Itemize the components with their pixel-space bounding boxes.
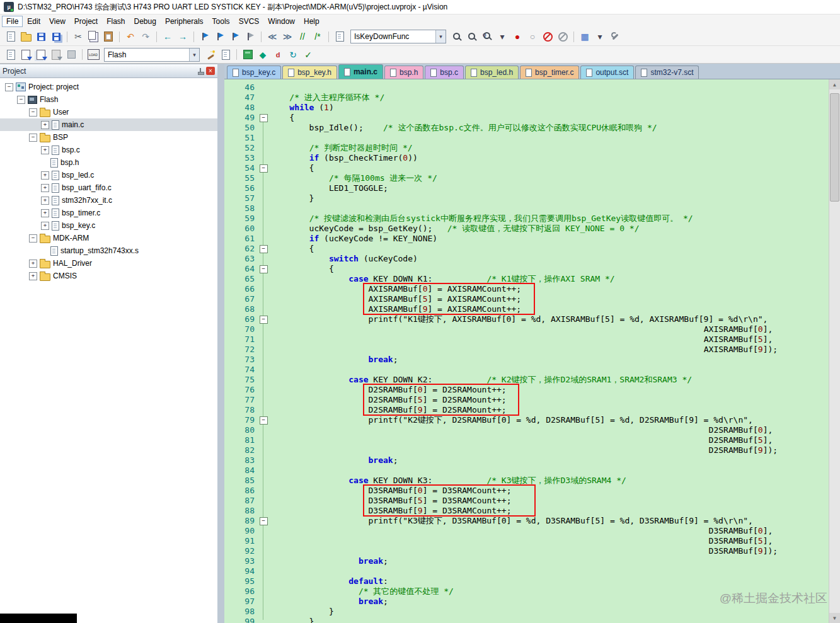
redo-icon[interactable]: ↷ (139, 30, 152, 43)
fold-collapse-icon[interactable]: − (260, 265, 268, 273)
options-for-target-icon[interactable] (204, 49, 217, 61)
expand-icon[interactable]: + (41, 222, 49, 230)
find-dropdown-arrow-icon[interactable]: ▾ (495, 30, 509, 43)
target-select-combobox[interactable]: Flash▾ (104, 48, 200, 62)
collapse-icon[interactable]: − (5, 83, 13, 91)
menu-project[interactable]: Project (70, 16, 102, 27)
tree-item-project-project[interactable]: −Project: project (0, 81, 217, 93)
open-folder-icon[interactable] (19, 30, 33, 43)
fold-collapse-icon[interactable]: − (260, 114, 268, 122)
incremental-find-icon[interactable]: Q (480, 30, 494, 43)
bookmark-toggle-icon[interactable] (198, 30, 212, 43)
tree-item-user[interactable]: −User (0, 106, 217, 118)
panel-splitter[interactable] (217, 64, 224, 623)
tree-item-bsp[interactable]: −BSP (0, 131, 217, 144)
collapse-icon[interactable]: − (29, 108, 37, 117)
scroll-down-icon[interactable]: ▼ (829, 613, 840, 623)
file-extensions-icon[interactable] (219, 49, 233, 61)
batch-build-icon[interactable] (49, 49, 63, 61)
pack-installer-icon[interactable] (241, 49, 255, 61)
find-in-files-icon[interactable] (450, 30, 464, 43)
fold-collapse-icon[interactable]: − (260, 245, 268, 253)
menu-tools[interactable]: Tools (208, 16, 234, 27)
start-debug-icon[interactable]: d (271, 49, 285, 61)
tree-item-bsp-timer-c[interactable]: +bsp_timer.c (0, 207, 217, 219)
manage-rte-icon[interactable]: ◆ (256, 49, 270, 61)
tab-bsp-timer-c[interactable]: bsp_timer.c (520, 66, 579, 79)
expand-icon[interactable]: + (41, 209, 49, 217)
expand-icon[interactable]: + (41, 171, 49, 180)
tree-item-bsp-h[interactable]: bsp.h (0, 156, 217, 169)
function-navigator-combobox[interactable]: IsKeyDownFunc▾ (350, 30, 446, 43)
tab-bsp-key-h[interactable]: bsp_key.h (282, 66, 337, 79)
code-editor[interactable]: ▲ ▼ 4647 /* 进入主程序循环体 */48 while (1)49− {… (224, 79, 840, 623)
tree-item-bsp-key-c[interactable]: +bsp_key.c (0, 219, 217, 232)
scroll-up-icon[interactable]: ▲ (829, 79, 840, 89)
expand-icon[interactable]: + (41, 146, 49, 154)
cut-icon[interactable]: ✂ (71, 30, 85, 43)
collapse-icon[interactable]: − (29, 234, 37, 243)
dropdown-arrow-icon[interactable]: ▾ (435, 30, 446, 43)
tree-item-bsp-uart-fifo-c[interactable]: +bsp_uart_fifo.c (0, 181, 217, 194)
close-panel-icon[interactable]: × (206, 67, 215, 75)
window-layout-dropdown-icon[interactable]: ▾ (593, 30, 607, 43)
fold-collapse-icon[interactable]: − (260, 416, 268, 425)
rebuild-icon[interactable] (34, 49, 48, 61)
tab-output-sct[interactable]: output.sct (580, 66, 634, 79)
expand-icon[interactable]: + (41, 184, 49, 192)
menu-window[interactable]: Window (263, 16, 299, 27)
tree-item-bsp-c[interactable]: +bsp.c (0, 144, 217, 156)
dropdown-arrow-icon[interactable]: ▾ (189, 49, 199, 61)
save-icon[interactable] (34, 30, 48, 43)
ok-icon[interactable]: ✓ (301, 49, 315, 61)
menu-help[interactable]: Help (299, 16, 324, 27)
tab-bsp-key-c[interactable]: bsp_key.c (227, 66, 281, 79)
fold-collapse-icon[interactable]: − (260, 164, 268, 173)
new-file-icon[interactable] (4, 30, 18, 43)
pin-icon[interactable] (197, 67, 204, 75)
copy-icon[interactable] (86, 30, 100, 43)
menu-file[interactable]: File (2, 16, 23, 27)
nav-forward-icon[interactable]: → (176, 30, 190, 43)
translate-icon[interactable] (4, 49, 18, 61)
disable-all-breakpoints-icon[interactable] (556, 30, 570, 43)
tree-item-stm32h7xx-it-c[interactable]: +stm32h7xx_it.c (0, 194, 217, 207)
refresh-icon[interactable]: ↻ (286, 49, 300, 61)
menu-view[interactable]: View (45, 16, 70, 27)
fold-collapse-icon[interactable]: − (260, 517, 268, 525)
bookmark-next-icon[interactable] (228, 30, 242, 43)
tree-item-bsp-led-c[interactable]: +bsp_led.c (0, 169, 217, 181)
find-icon[interactable] (465, 30, 479, 43)
unindent-icon[interactable]: ≪ (265, 30, 279, 43)
paste-icon[interactable] (101, 30, 115, 43)
tree-item-mdk-arm[interactable]: −MDK-ARM (0, 232, 217, 244)
uncomment-icon[interactable]: /* (311, 30, 325, 43)
window-layout-icon[interactable]: ▦ (578, 30, 592, 43)
kill-all-breakpoints-icon[interactable] (541, 30, 555, 43)
bookmark-prev-icon[interactable] (213, 30, 227, 43)
expand-icon[interactable]: + (41, 121, 49, 129)
tree-item-flash[interactable]: −Flash (0, 93, 217, 106)
app-icon[interactable]: µ (4, 2, 14, 12)
tab-bsp-led-h[interactable]: bsp_led.h (465, 66, 519, 79)
current-function-icon[interactable] (333, 30, 347, 43)
toggle-breakpoint-icon[interactable]: ● (510, 30, 524, 43)
collapse-icon[interactable]: − (17, 96, 25, 104)
configure-icon[interactable] (608, 30, 622, 43)
tab-stm32-v7-sct[interactable]: stm32-v7.sct (635, 66, 699, 79)
enable-disable-breakpoint-icon[interactable]: ○ (526, 30, 539, 43)
undo-icon[interactable]: ↶ (124, 30, 137, 43)
menu-debug[interactable]: Debug (130, 16, 161, 27)
scrollbar-thumb[interactable] (830, 93, 839, 202)
menu-flash[interactable]: Flash (102, 16, 129, 27)
tree-item-main-c[interactable]: +main.c (0, 118, 217, 131)
expand-icon[interactable]: + (29, 272, 37, 280)
menu-svcs[interactable]: SVCS (234, 16, 264, 27)
download-icon[interactable]: LOAD (86, 49, 100, 61)
comment-icon[interactable]: // (296, 30, 309, 43)
tab-main-c[interactable]: main.c (338, 64, 383, 79)
build-icon[interactable] (19, 49, 33, 61)
indent-icon[interactable]: ≫ (280, 30, 294, 43)
editor-vertical-scrollbar[interactable]: ▲ ▼ (829, 79, 840, 623)
tree-item-startup-stm32h743xx-s[interactable]: startup_stm32h743xx.s (0, 244, 217, 257)
